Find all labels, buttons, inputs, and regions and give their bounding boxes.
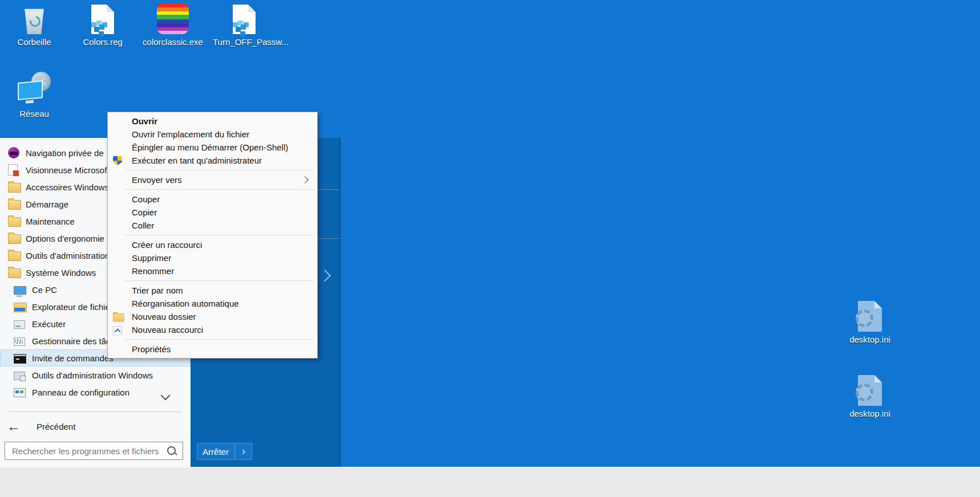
uac-shield-icon [113,156,127,166]
back-label: Précédent [37,422,75,431]
gear-icon [856,384,873,401]
menu-item-epingler[interactable]: Épingler au menu Démarrer (Open-Shell) [108,141,317,154]
registry-file-icon [91,5,114,34]
desktop-icon-label: Réseau [3,109,66,119]
task-manager-icon [14,335,29,347]
folder-icon [8,266,23,279]
menu-item-proprietes[interactable]: Propriétés [108,343,317,356]
desktop-icon-label: Colors.reg [71,37,134,47]
menu-item-executer-admin[interactable]: Exécuter en tant qu'administrateur [108,154,317,167]
recycle-bin-icon [23,8,45,34]
folder-icon [8,232,23,245]
desktop-icon-desktop-ini-1[interactable]: desktop.ini [839,299,901,344]
menu-item-nouveau-dossier[interactable]: Nouveau dossier [108,310,317,323]
desktop-icon-corbeille[interactable]: Corbeille [3,1,66,47]
menu-item-reorganisation-automatique[interactable]: Réorganisation automatique [108,297,317,310]
taskbar: ♠♥♣♦ vm 19:59 05/10/2025 [0,467,980,497]
search-input[interactable] [5,442,183,459]
left-arrow-icon: ← [7,420,21,433]
run-icon [14,317,29,330]
menu-separator [125,280,314,281]
menu-item-ouvrir-emplacement[interactable]: Ouvrir l'emplacement du fichier [108,128,317,141]
shortcut-icon [113,325,127,335]
search-icon[interactable] [167,446,176,455]
control-panel-icon [14,386,29,398]
gear-icon [856,309,873,327]
desktop-icon-label: colorclassic.exe [141,37,204,47]
desktop-icon-reseau[interactable]: Réseau [3,71,66,119]
desktop-icon-label: Turn_OFF_Passw... [213,37,276,47]
desktop-icon-turn-off-passw[interactable]: Turn_OFF_Passw... [213,1,276,47]
registry-file-icon [233,5,256,34]
menu-separator [125,170,314,170]
menu-item-creer-raccourci[interactable]: Créer un raccourci [108,238,317,251]
menu-separator [125,235,314,235]
menu-item-copier[interactable]: Copier [108,206,317,219]
submenu-arrow-icon [301,176,309,184]
chevron-right-icon[interactable] [319,270,331,282]
menu-item-envoyer-vers[interactable]: Envoyer vers [108,173,317,186]
folder-icon [8,249,23,262]
network-icon [18,72,51,106]
shutdown-options-arrow[interactable]: › [235,443,252,460]
search-box [5,442,183,460]
monitor-icon [18,80,43,100]
menu-item-couper[interactable]: Couper [108,193,317,206]
command-prompt-icon [14,352,29,364]
desktop-icon-label: Corbeille [3,37,66,47]
start-item-panneau-configuration[interactable]: Panneau de configuration [0,384,191,401]
menu-item-coller[interactable]: Coller [108,219,317,232]
desktop-icon-label: desktop.ini [839,409,901,418]
folder-icon [8,198,23,210]
ini-file-icon [858,375,882,406]
powerpoint-viewer-icon [8,164,23,176]
folder-icon [8,181,23,193]
menu-item-ouvrir[interactable]: Ouvrir [108,115,317,128]
menu-item-renommer[interactable]: Renommer [108,264,317,278]
folder-icon [113,312,127,322]
menu-item-nouveau-raccourci[interactable]: Nouveau raccourci [108,323,317,336]
menu-separator [125,189,314,190]
admin-tools-icon [14,369,29,381]
start-menu-divider [9,412,181,412]
ini-file-icon [858,301,882,332]
shutdown-control: Arrêter › [197,443,252,460]
file-explorer-icon [14,300,29,313]
rainbow-app-icon [157,3,189,34]
shutdown-button[interactable]: Arrêter [197,443,234,460]
menu-separator [125,339,314,340]
computer-icon [14,283,29,296]
folder-icon [8,215,23,227]
desktop-icon-desktop-ini-2[interactable]: desktop.ini [839,373,901,418]
context-menu: Ouvrir Ouvrir l'emplacement du fichier É… [107,112,318,359]
firefox-private-icon [8,146,23,159]
desktop-icon-label: desktop.ini [839,335,901,344]
start-item-outils-admin-windows[interactable]: Outils d'administration Windows [0,366,191,384]
desktop-icon-colorclassic[interactable]: colorclassic.exe [141,1,204,47]
desktop-icon-colors-reg[interactable]: Colors.reg [71,1,134,47]
menu-item-supprimer[interactable]: Supprimer [108,251,317,264]
back-button[interactable]: ← Précédent [0,418,191,434]
menu-item-trier-par-nom[interactable]: Trier par nom [108,284,317,297]
